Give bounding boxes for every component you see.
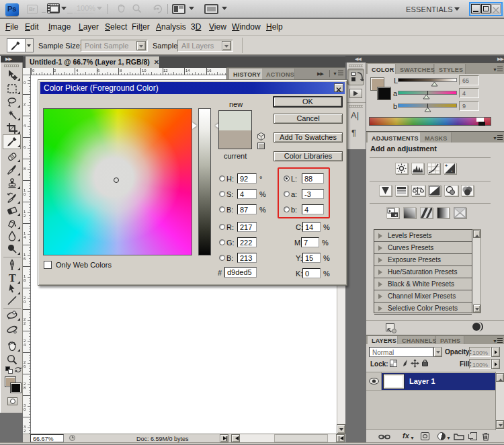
svg-text:T: T <box>9 272 16 284</box>
svg-text:+: + <box>445 163 448 168</box>
